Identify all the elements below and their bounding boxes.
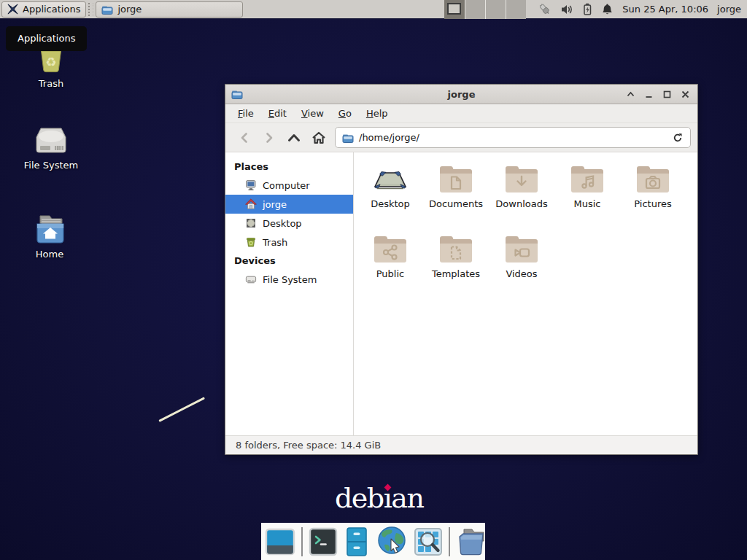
sidebar-item-label: Desktop (263, 218, 302, 229)
volume-icon[interactable] (560, 3, 573, 16)
desktop-icon-file-system[interactable]: File System (18, 125, 85, 171)
dock-separator (301, 527, 303, 556)
window-body: Places Computer jorge (225, 152, 697, 435)
sidebar-places-header: Places (225, 158, 353, 176)
power-plug-icon[interactable] (538, 3, 552, 16)
file-cabinet-icon (342, 526, 371, 557)
path-input[interactable]: /home/jorge/ (359, 132, 667, 143)
desktop-icon-home[interactable]: Home (16, 213, 83, 260)
web-browser-globe-icon (376, 526, 409, 558)
window-titlebar[interactable]: jorge (225, 85, 697, 104)
computer-icon (245, 179, 257, 191)
applications-menu-button[interactable]: Applications (1, 1, 86, 18)
panel-clock[interactable]: Sun 25 Apr, 10:06 (622, 4, 708, 15)
desktop-icon (245, 217, 257, 229)
dock-file-manager-button[interactable] (342, 526, 371, 557)
hard-drive-icon (34, 125, 69, 158)
debian-wordmark-pre: deb (335, 482, 384, 514)
system-tray (538, 3, 614, 16)
file-label: Downloads (495, 198, 547, 209)
applications-tooltip: Applications (6, 26, 87, 51)
folder-templates-icon (438, 232, 473, 267)
file-item-music[interactable]: Music (554, 162, 620, 232)
workspace-4[interactable] (506, 0, 526, 19)
debian-wordmark: debıan (335, 482, 423, 514)
sidebar-devices-header: Devices (225, 252, 353, 270)
battery-charging-icon[interactable] (581, 3, 593, 16)
svg-text:♻: ♻ (45, 55, 56, 69)
sidebar-item-label: Computer (263, 180, 310, 191)
workspace-window-miniature (447, 3, 461, 15)
sidebar-item-label: File System (263, 274, 317, 285)
file-item-videos[interactable]: Videos (489, 232, 554, 302)
workspace-1[interactable] (444, 0, 465, 19)
file-item-pictures[interactable]: Pictures (620, 162, 686, 232)
up-button[interactable] (282, 127, 306, 149)
sidebar-item-computer[interactable]: Computer (225, 176, 353, 195)
taskbar-window-label: jorge (117, 4, 142, 15)
file-label: Desktop (371, 198, 410, 209)
desktop-icon-label: Trash (39, 78, 63, 89)
dock-app-finder-button[interactable] (414, 527, 443, 556)
desktop-icon-label: Home (36, 249, 63, 260)
folder-pictures-icon (635, 162, 670, 197)
folder-public-icon (373, 232, 408, 267)
dock-web-browser-button[interactable] (376, 526, 409, 558)
file-label: Videos (506, 268, 537, 279)
sidebar-item-file-system[interactable]: File System (225, 270, 353, 289)
dock-folder-button[interactable] (456, 526, 488, 557)
maximize-button[interactable] (660, 88, 674, 101)
dock-show-desktop-button[interactable] (265, 527, 295, 556)
sidebar-item-label: Trash (263, 237, 287, 248)
show-desktop-icon (265, 527, 295, 556)
menu-help[interactable]: Help (359, 105, 395, 122)
location-bar[interactable]: /home/jorge/ (335, 127, 691, 148)
file-item-downloads[interactable]: Downloads (489, 162, 554, 232)
close-button[interactable] (678, 88, 692, 101)
menu-view[interactable]: View (294, 105, 331, 122)
panel-handle[interactable] (88, 3, 93, 16)
panel-user-label[interactable]: jorge (717, 4, 741, 15)
top-panel: Applications jorge (0, 0, 747, 19)
toolbar: /home/jorge/ (225, 123, 697, 152)
sidebar-item-desktop[interactable]: Desktop (225, 214, 353, 233)
debian-wordmark-i: ı (384, 482, 392, 514)
taskbar-window-button[interactable]: jorge (96, 1, 243, 18)
workspace-3[interactable] (485, 0, 506, 19)
statusbar-text: 8 folders, Free space: 14.4 GiB (236, 440, 381, 451)
home-icon (311, 131, 327, 145)
folder-icon (342, 132, 354, 144)
sidebar-item-jorge[interactable]: jorge (225, 195, 353, 214)
home-button[interactable] (306, 127, 331, 149)
folder-music-icon (570, 162, 605, 197)
menu-file[interactable]: File (231, 105, 261, 122)
file-item-public[interactable]: Public (357, 232, 423, 302)
back-button[interactable] (232, 127, 257, 149)
folder-downloads-icon (504, 162, 539, 197)
shade-button[interactable] (624, 88, 638, 101)
minimize-button[interactable] (642, 88, 656, 101)
workspace-pager[interactable] (444, 0, 526, 19)
file-grid: Desktop Documents (354, 152, 697, 435)
folder-icon (101, 4, 113, 15)
application-finder-icon (414, 527, 443, 556)
reload-icon[interactable] (672, 132, 684, 144)
file-item-desktop[interactable]: Desktop (357, 162, 423, 232)
dock (261, 523, 485, 560)
workspace-2[interactable] (465, 0, 485, 19)
menu-go[interactable]: Go (331, 105, 359, 122)
xfce-applications-icon (7, 4, 18, 15)
menu-edit[interactable]: Edit (261, 105, 294, 122)
file-item-documents[interactable]: Documents (423, 162, 489, 232)
folder-documents-icon (438, 162, 473, 197)
sidebar-item-trash[interactable]: Trash (225, 233, 353, 252)
file-item-templates[interactable]: Templates (423, 232, 489, 302)
applications-menu-label: Applications (23, 4, 80, 15)
dock-terminal-button[interactable] (309, 527, 338, 556)
folder-videos-icon (504, 232, 539, 267)
file-label: Documents (429, 198, 483, 209)
forward-button[interactable] (257, 127, 282, 149)
notification-bell-icon[interactable] (601, 3, 614, 16)
terminal-icon (309, 527, 338, 556)
up-icon (287, 131, 301, 144)
